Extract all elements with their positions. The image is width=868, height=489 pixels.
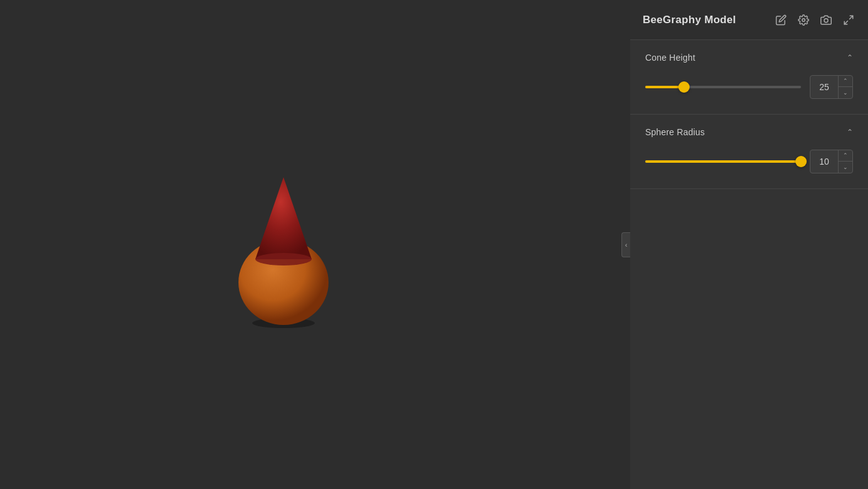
panel-collapse-button[interactable]: ‹ — [621, 232, 630, 257]
svg-point-5 — [802, 18, 805, 21]
cone-height-spinbox-arrows: ⌃ ⌄ — [838, 76, 852, 98]
cone-height-slider-wrapper[interactable] — [645, 81, 801, 93]
model-scene — [0, 0, 630, 489]
gear-icon[interactable] — [797, 13, 810, 27]
svg-line-8 — [844, 21, 847, 24]
sphere-radius-section: Sphere Radius ⌃ ⌃ ⌄ — [630, 115, 868, 189]
sphere-radius-header[interactable]: Sphere Radius ⌃ — [630, 115, 868, 147]
panel-content: Cone Height ⌃ ⌃ ⌄ — [630, 40, 868, 489]
sphere-radius-slider-wrapper[interactable] — [645, 155, 801, 168]
cone-height-header[interactable]: Cone Height ⌃ — [630, 40, 868, 73]
cone-height-value-input[interactable] — [810, 76, 838, 98]
chevron-up-icon-sphere: ⌃ — [847, 128, 853, 136]
panel-title: BeeGraphy Model — [643, 14, 736, 26]
sphere-radius-spinbox-arrows: ⌃ ⌄ — [838, 150, 852, 173]
panel-toolbar-icons — [774, 13, 855, 27]
expand-icon[interactable] — [842, 13, 855, 27]
viewport[interactable] — [0, 0, 630, 489]
svg-point-4 — [255, 253, 312, 265]
cone-height-decrement-button[interactable]: ⌄ — [839, 87, 852, 98]
cone-height-spinbox: ⌃ ⌄ — [810, 75, 853, 99]
sphere-radius-decrement-button[interactable]: ⌄ — [839, 162, 852, 173]
cone-height-section: Cone Height ⌃ ⌃ ⌄ — [630, 40, 868, 115]
panel-header: BeeGraphy Model — [630, 0, 868, 40]
chevron-left-icon: ‹ — [625, 241, 628, 249]
sphere-radius-value-input[interactable] — [810, 150, 838, 173]
sphere-radius-increment-button[interactable]: ⌃ — [839, 150, 852, 162]
pencil-icon[interactable] — [774, 13, 788, 27]
svg-point-6 — [824, 18, 828, 22]
sphere-radius-label: Sphere Radius — [645, 127, 705, 137]
sphere-radius-spinbox: ⌃ ⌄ — [810, 150, 853, 173]
camera-icon[interactable] — [819, 13, 833, 27]
cone-height-slider-row: ⌃ ⌄ — [630, 73, 868, 114]
svg-line-7 — [850, 16, 853, 19]
svg-marker-3 — [255, 177, 312, 259]
cone-height-label: Cone Height — [645, 53, 695, 63]
right-panel: ‹ BeeGraphy Model — [630, 0, 868, 489]
3d-model-svg — [221, 157, 346, 332]
chevron-up-icon-cone: ⌃ — [847, 53, 853, 62]
sphere-radius-slider-row: ⌃ ⌄ — [630, 147, 868, 188]
cone-height-increment-button[interactable]: ⌃ — [839, 76, 852, 87]
